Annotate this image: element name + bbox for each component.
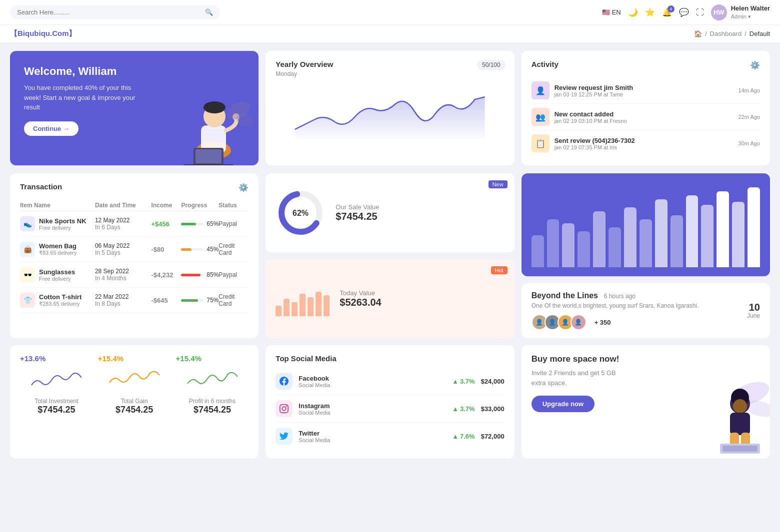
search-bar[interactable]: 🔍	[10, 5, 220, 19]
bar-1	[276, 306, 282, 316]
upgrade-button[interactable]: Upgrade now	[532, 396, 594, 412]
bc-bar-4	[578, 231, 590, 267]
bar-2	[284, 299, 290, 316]
language-selector[interactable]: 🇺🇸 EN	[602, 8, 621, 16]
facebook-pct: ▲ 3.7%	[452, 378, 475, 385]
home-icon[interactable]: 🏠	[694, 30, 702, 37]
bc-bar-10	[670, 215, 683, 267]
user-name: Helen Walter	[731, 4, 770, 13]
item-sub-2: ₹83.65 delivery	[39, 250, 77, 256]
fullscreen-icon[interactable]: ⛶	[696, 8, 704, 17]
progress-bar-3	[181, 274, 204, 276]
status-4: Credit Card	[218, 293, 248, 307]
activity-thumb-1: 👤	[532, 81, 550, 99]
activity-detail-1: jan 03 19 12:25 PM at Tame	[554, 91, 734, 97]
progress-cell-2: 45%	[181, 246, 218, 253]
welcome-illustration	[174, 80, 254, 165]
svg-point-3	[204, 101, 226, 113]
social-row-facebook: Facebook Social Media ▲ 3.7% $24,000	[276, 368, 504, 395]
income-2: -$80	[151, 246, 181, 253]
activity-title-2: New contact added	[554, 110, 734, 118]
svg-rect-9	[184, 164, 234, 165]
row3: +13.6% Total Investment $7454.25 +15.4% …	[0, 345, 780, 466]
item-icon-2: 👜	[20, 242, 35, 257]
user-avatar-wrap[interactable]: HW Helen Walter Admin ▾	[711, 4, 770, 20]
bc-bar-12	[701, 205, 714, 267]
beyond-date-block: 10 June	[747, 302, 760, 319]
twitter-sub: Social Media	[298, 437, 446, 443]
instagram-icon	[276, 400, 292, 417]
beyond-footer: 👤 👤 👤 👤 + 350	[532, 314, 740, 330]
mid-col: New 62% Our Sale Value $7454.25 Hot	[266, 173, 514, 338]
sparkline-label-2: Total Gain	[98, 398, 171, 405]
sparkline-area-2	[98, 368, 171, 393]
status-3: Paypal	[218, 271, 248, 278]
progress-bar-1	[181, 223, 204, 225]
hot-badge: Hot	[491, 266, 508, 274]
bar-chart-card	[522, 173, 770, 276]
bc-bar-14	[732, 202, 744, 267]
date-cell-1: 12 May 2022 In 6 Days	[95, 217, 151, 231]
sale-value: $7454.25	[336, 211, 379, 222]
buyspace-figure	[695, 374, 770, 459]
sparkline-pct-2: +15.4%	[98, 354, 171, 363]
item-name-2: Women Bag	[39, 242, 77, 250]
date-cell-4: 22 Mar 2022 In 8 Days	[95, 293, 151, 307]
transaction-settings-icon[interactable]: ⚙️	[238, 183, 248, 192]
row2: Transaction ⚙️ Item Name Date and Time I…	[0, 173, 780, 345]
donut-chart: 62%	[276, 188, 326, 238]
svg-rect-8	[196, 149, 222, 163]
item-icon-1: 👟	[20, 216, 35, 231]
sparkline-area-1	[20, 368, 93, 393]
bc-bar-11	[686, 195, 698, 267]
item-sub-4: ₹283.65 delivery	[39, 301, 82, 307]
yearly-chart	[276, 84, 504, 139]
svg-rect-24	[722, 446, 758, 452]
bookmark-icon[interactable]: ⭐	[645, 7, 655, 17]
continue-button[interactable]: Continue →	[24, 121, 78, 136]
lang-label: EN	[612, 8, 621, 16]
notification-badge: 4	[668, 5, 674, 12]
sparkline-2: +15.4% Total Gain $7454.25	[98, 354, 171, 415]
twitter-name: Twitter	[298, 430, 446, 437]
progress-pct-4: 75%	[206, 297, 218, 304]
bar-chart-area	[532, 187, 760, 267]
yearly-badge: 50/100	[477, 60, 506, 70]
activity-settings-icon[interactable]: ⚙️	[750, 60, 760, 70]
search-input[interactable]	[17, 8, 201, 16]
flag-icon: 🇺🇸	[602, 8, 610, 16]
notification-bell[interactable]: 🔔 4	[662, 7, 672, 17]
today-value-card: Hot Today Value $5263.04	[266, 259, 514, 338]
col-progress: Progress	[181, 202, 218, 209]
progress-pct-2: 45%	[206, 246, 218, 253]
table-header: Item Name Date and Time Income Progress …	[20, 200, 248, 211]
beyond-title: Beyond the Lines	[532, 291, 598, 300]
sale-value-card: New 62% Our Sale Value $7454.25	[266, 173, 514, 252]
item-cell-2: 👜 Women Bag ₹83.65 delivery	[20, 242, 95, 257]
bar-5	[308, 297, 314, 317]
brand-logo: 【Biqubiqu.Com】	[10, 29, 76, 38]
row1: Welcome, William You have completed 40% …	[0, 43, 780, 173]
facebook-sub: Social Media	[298, 382, 446, 388]
status-2: Credit Card	[218, 242, 248, 256]
table-row: 🕶️ Sunglasses Free delivery 28 Sep 2022 …	[20, 262, 248, 288]
item-cell-4: 👕 Cotton T-shirt ₹283.65 delivery	[20, 293, 95, 308]
facebook-amount: $24,000	[481, 378, 504, 385]
progress-pct-3: 85%	[206, 271, 218, 278]
transaction-header: Transaction ⚙️	[20, 182, 248, 193]
welcome-subtitle: You have completed 40% of your this week…	[24, 83, 139, 112]
right-col: Beyond the Lines 6 hours ago One Of the …	[522, 173, 770, 338]
item-icon-4: 👕	[20, 293, 35, 308]
today-label: Today Value	[340, 289, 381, 297]
message-icon[interactable]: 💬	[679, 7, 689, 17]
transaction-title: Transaction	[20, 182, 62, 191]
table-row: 👜 Women Bag ₹83.65 delivery 06 May 2022 …	[20, 237, 248, 262]
sparkline-value-1: $7454.25	[20, 405, 93, 415]
progress-bar-2	[181, 248, 204, 251]
progress-pct-1: 65%	[206, 220, 218, 227]
breadcrumb-dashboard[interactable]: Dashboard	[710, 30, 742, 37]
sparkline-label-3: Profit in 6 months	[176, 398, 249, 405]
table-row: 👟 Nike Sports NK Free delivery 12 May 20…	[20, 211, 248, 237]
dark-mode-toggle[interactable]: 🌙	[628, 7, 638, 17]
breadcrumb: 🏠 / Dashboard / Default	[694, 30, 770, 37]
